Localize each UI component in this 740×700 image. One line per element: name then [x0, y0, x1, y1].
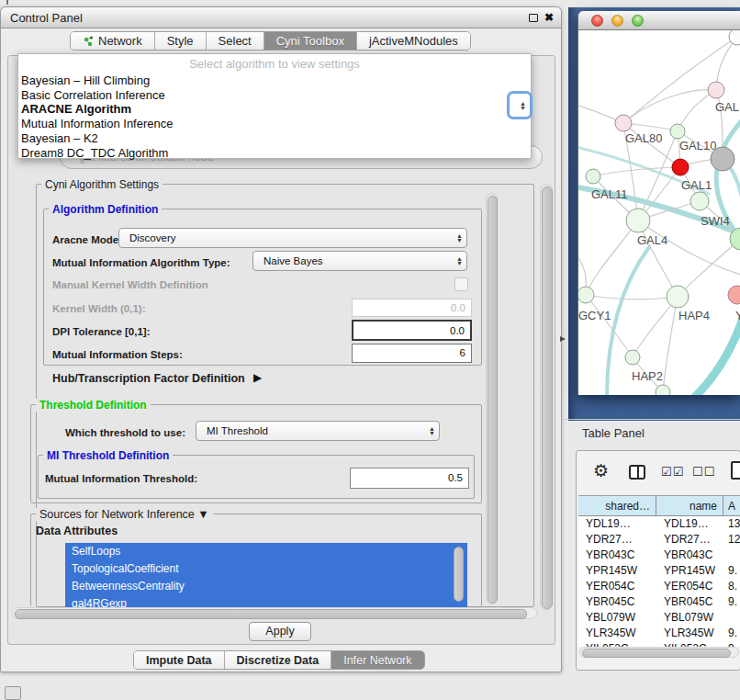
table-row[interactable]: YBR043CYBR043C	[578, 548, 740, 563]
algorithm-option[interactable]: Bayesian – Hill Climbing	[18, 73, 531, 88]
table-row[interactable]: YDR27…YDR27…12	[578, 532, 740, 548]
tab-cyni-toolbox[interactable]: Cyni Toolbox	[263, 32, 356, 50]
network-node-gal1[interactable]	[690, 192, 709, 210]
network-node-gal[interactable]	[708, 82, 724, 98]
data-attribute-item[interactable]: gal4RGexp	[65, 595, 467, 607]
table-hscrollbar-thumb[interactable]	[582, 649, 731, 658]
horizontal-scrollbar-thumb[interactable]	[15, 609, 527, 619]
tab-jactivemnodules[interactable]: jActiveMNodules	[356, 32, 470, 50]
table-row[interactable]: YLR345WYLR345W9.	[578, 626, 740, 641]
network-node-gal4[interactable]	[626, 209, 650, 232]
data-attribute-item[interactable]: BetweennessCentrality	[65, 578, 467, 595]
control-panel-titlebar[interactable]: Control Panel ✖	[1, 7, 561, 28]
select-all-rows-icon[interactable]: ☑☑	[661, 465, 684, 479]
manual-kernel-checkbox[interactable]	[454, 277, 468, 291]
apply-button[interactable]: Apply	[249, 622, 311, 641]
panel-dock-icon[interactable]	[5, 686, 21, 700]
mi-threshold-group-title: MI Threshold Definition	[43, 449, 173, 462]
table-panel-divider	[562, 419, 740, 420]
network-window-titlebar[interactable]	[578, 11, 740, 30]
table-row[interactable]: YBR045CYBR045C9.	[578, 594, 740, 610]
network-node[interactable]	[672, 159, 689, 175]
table-hscrollbar-track[interactable]	[579, 647, 739, 658]
table-cell: YLR345W	[578, 626, 656, 641]
cyni-algorithm-settings-title: Cyni Algorithm Settings	[41, 178, 163, 191]
deselect-all-rows-icon[interactable]: ☐☐	[692, 465, 715, 479]
table-cell: YDL19…	[656, 516, 723, 532]
table-row[interactable]: YER054CYER054C8.	[578, 579, 740, 594]
close-icon[interactable]: ✖	[544, 7, 554, 28]
network-node-gal80[interactable]	[615, 115, 632, 131]
data-attributes-list[interactable]: SelfLoopsTopologicalCoefficientBetweenne…	[65, 543, 467, 607]
tab-select[interactable]: Select	[206, 32, 263, 50]
bottom-tabs: Impute Data Discretize Data Infer Networ…	[133, 650, 425, 670]
dpi-tolerance-field[interactable]: 0.0	[352, 320, 472, 341]
algorithm-option[interactable]: Dream8 DC_TDC Algorithm	[18, 146, 531, 161]
algorithm-option[interactable]: Bayesian – K2	[18, 131, 531, 146]
network-graph[interactable]: GALGAL80GAL10GAL1GAL11SWI4GAL4GCY1HAP4YH…	[578, 30, 740, 395]
algorithm-option[interactable]: ARACNE Algorithm	[18, 102, 531, 117]
new-table-icon[interactable]	[731, 461, 740, 480]
algorithm-definition-title: Algorithm Definition	[49, 203, 162, 216]
table-panel-container: ⚙ ☑☑ ☐☐ shared… name A YDL19…YDL19…13YDR…	[576, 450, 740, 671]
mi-type-combo[interactable]: Naive Bayes ▲▼	[252, 251, 467, 271]
sources-collapse-icon[interactable]: ▼	[197, 508, 208, 521]
network-node-hap4[interactable]	[667, 286, 689, 308]
manual-kernel-label: Manual Kernel Width Definition	[52, 279, 208, 290]
settings-scrollbar-thumb[interactable]	[488, 196, 498, 604]
float-icon[interactable]	[529, 14, 538, 22]
table-row[interactable]: YDL19…YDL19…13	[578, 516, 740, 532]
tab-impute-data[interactable]: Impute Data	[134, 651, 224, 669]
kernel-width-label: Kernel Width (0,1):	[52, 303, 145, 314]
network-node-gal11[interactable]	[586, 169, 600, 184]
algorithm-option[interactable]: Basic Correlation Inference	[18, 88, 531, 103]
gear-icon[interactable]: ⚙	[593, 460, 609, 481]
table-cell	[723, 610, 740, 626]
data-attribute-item[interactable]: TopologicalCoefficient	[65, 560, 467, 578]
hub-expand-icon[interactable]: ▶	[253, 371, 262, 384]
table-row[interactable]: YBL079WYBL079W	[578, 610, 740, 626]
table-row[interactable]: YPR145WYPR145W9.	[578, 563, 740, 579]
zoom-traffic-light[interactable]	[632, 15, 644, 27]
network-node-gcy1[interactable]	[578, 287, 594, 303]
node-label: GAL1	[681, 178, 712, 192]
attributes-list-scrollbar[interactable]	[454, 547, 464, 602]
panel-scrollbar-thumb[interactable]	[542, 186, 553, 609]
tab-style[interactable]: Style	[154, 32, 206, 50]
columns-icon[interactable]	[629, 465, 645, 480]
network-node-y[interactable]	[728, 286, 740, 304]
screen: Control Panel ✖ Network Style Select Cyn…	[0, 0, 740, 700]
algorithm-combo-fragment[interactable]: ▲▼	[507, 91, 533, 119]
horizontal-scrollbar-track[interactable]	[12, 607, 537, 619]
mi-threshold-field[interactable]: 0.5	[350, 468, 469, 489]
data-attribute-item[interactable]: SelfLoops	[65, 543, 467, 560]
tab-infer-network[interactable]: Infer Network	[331, 651, 423, 669]
network-node-gal10[interactable]	[670, 124, 685, 139]
tab-select-label: Select	[219, 32, 252, 51]
panel-scrollbar-track[interactable]	[540, 184, 553, 610]
settings-scrollbar-track[interactable]	[486, 193, 498, 604]
close-traffic-light[interactable]	[591, 15, 603, 27]
network-node[interactable]	[656, 385, 670, 395]
node-label: GAL10	[679, 139, 716, 152]
mi-steps-field[interactable]: 6	[352, 344, 472, 363]
tab-network[interactable]: Network	[71, 32, 154, 50]
table-cell: YBR045C	[578, 594, 656, 610]
sources-group-title: Sources for Network Inference ▼	[36, 508, 213, 521]
mi-type-value: Naive Bayes	[263, 252, 323, 271]
column-header-name[interactable]: name	[656, 496, 723, 515]
network-node[interactable]	[729, 30, 740, 45]
tab-discretize-data[interactable]: Discretize Data	[224, 651, 331, 669]
column-header-partial[interactable]: A	[723, 496, 740, 515]
kernel-width-field[interactable]: 0.0	[352, 299, 472, 317]
network-node-hap2[interactable]	[625, 350, 640, 365]
minimize-traffic-light[interactable]	[611, 15, 623, 27]
which-threshold-combo[interactable]: MI Threshold ▲▼	[196, 421, 440, 441]
aracne-mode-combo[interactable]: Discovery ▲▼	[118, 228, 467, 248]
aracne-mode-label: Aracne Mode:	[52, 234, 122, 245]
table-cell: YDR27…	[578, 532, 656, 548]
algorithm-dropdown: Select algorithm to view settings Bayesi…	[17, 53, 532, 159]
table-cell: 9.	[723, 563, 740, 579]
column-header-shared-name[interactable]: shared…	[578, 496, 656, 515]
algorithm-option[interactable]: Mutual Information Inference	[18, 117, 531, 131]
